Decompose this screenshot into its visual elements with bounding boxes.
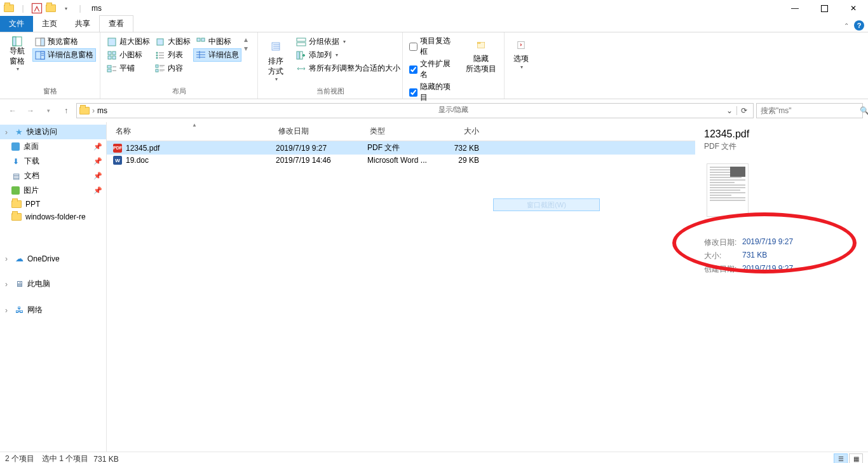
hidden-items-toggle[interactable]: 隐藏的项目 bbox=[407, 81, 459, 104]
window-title: ms bbox=[92, 4, 102, 13]
file-size: 732 KB bbox=[440, 144, 485, 153]
breadcrumb-separator: › bbox=[90, 106, 97, 115]
documents-icon: ▤ bbox=[11, 172, 20, 181]
svg-rect-43 bbox=[297, 43, 306, 46]
qat-folder-icon[interactable] bbox=[44, 2, 57, 15]
item-checkboxes-toggle[interactable]: 项目复选框 bbox=[407, 35, 459, 58]
sidebar-onedrive[interactable]: ☁OneDrive bbox=[0, 235, 106, 265]
layout-xl[interactable]: 超大图标 bbox=[104, 35, 153, 48]
address-bar[interactable]: › ms ⌄ ⟳ bbox=[76, 103, 754, 118]
navigation-pane-button[interactable]: 导航窗格 ▾ bbox=[4, 35, 30, 74]
cloud-icon: ☁ bbox=[15, 254, 24, 263]
refresh-button[interactable]: ⟳ bbox=[736, 106, 750, 115]
svg-rect-15 bbox=[107, 66, 111, 68]
sidebar-desktop[interactable]: 桌面📌 bbox=[0, 139, 106, 154]
sort-by-button[interactable]: 排序方式▾ bbox=[262, 35, 290, 85]
file-extensions-toggle[interactable]: 文件扩展名 bbox=[407, 58, 459, 81]
forward-button[interactable]: → bbox=[23, 103, 38, 118]
doc-icon: W bbox=[113, 156, 122, 165]
folder-icon bbox=[79, 107, 90, 114]
options-button[interactable]: 选项▾ bbox=[508, 35, 534, 72]
options-icon bbox=[512, 36, 530, 54]
group-by-button[interactable]: 分组依据▾ bbox=[294, 35, 403, 48]
group-by-icon bbox=[296, 37, 306, 47]
up-button[interactable]: ↑ bbox=[58, 103, 74, 118]
minimize-button[interactable]: — bbox=[780, 0, 810, 17]
annotation-ellipse bbox=[672, 212, 857, 273]
view-thumbnails-button[interactable]: ▦ bbox=[849, 453, 863, 464]
layout-md[interactable]: 中图标 bbox=[193, 35, 241, 48]
pin-icon: 📌 bbox=[93, 186, 102, 195]
back-button[interactable]: ← bbox=[5, 103, 20, 118]
autosize-columns-button[interactable]: 将所有列调整为合适的大小 bbox=[294, 62, 403, 75]
recent-locations-button[interactable]: ▾ bbox=[41, 103, 56, 118]
search-icon[interactable]: 🔍 bbox=[860, 106, 868, 115]
tab-share[interactable]: 共享 bbox=[66, 16, 99, 32]
help-icon[interactable]: ? bbox=[854, 20, 864, 31]
status-count: 2 个项目 bbox=[5, 453, 34, 463]
preview-pane-button[interactable]: 预览窗格 bbox=[32, 35, 96, 48]
navigation-tree: ★快速访问 桌面📌 ⬇下载📌 ▤文档📌 图片📌 PPT windows-fold… bbox=[0, 122, 107, 452]
hide-selected-button[interactable]: 隐藏 所选项目 bbox=[462, 35, 500, 75]
search-input[interactable] bbox=[757, 106, 860, 115]
sidebar-pictures[interactable]: 图片📌 bbox=[0, 183, 106, 198]
tab-home[interactable]: 主页 bbox=[33, 16, 66, 32]
file-row[interactable]: PDF12345.pdf2019/7/19 9:27PDF 文件732 KB bbox=[107, 141, 695, 155]
properties-icon[interactable] bbox=[31, 2, 43, 15]
view-details-button[interactable]: ☰ bbox=[834, 453, 848, 464]
sidebar-quick-access[interactable]: ★快速访问 bbox=[0, 125, 106, 139]
svg-rect-0 bbox=[32, 4, 42, 13]
tab-view[interactable]: 查看 bbox=[99, 15, 133, 32]
star-icon: ★ bbox=[15, 127, 23, 137]
collapse-ribbon-icon[interactable]: ⌃ bbox=[844, 22, 849, 29]
search-box[interactable]: 🔍 bbox=[756, 103, 863, 118]
breadcrumb-folder[interactable]: ms bbox=[97, 106, 107, 115]
sidebar-windows-folder[interactable]: windows-folder-re bbox=[0, 211, 106, 223]
md-icon bbox=[196, 37, 206, 47]
layout-tiles[interactable]: 平铺 bbox=[104, 62, 153, 75]
chevron-down-icon: ▾ bbox=[343, 39, 346, 45]
col-date[interactable]: 修改日期 bbox=[276, 126, 367, 137]
details-pane-button[interactable]: 详细信息窗格 bbox=[32, 48, 96, 62]
preview-pane-icon bbox=[35, 37, 45, 47]
details-pane-icon bbox=[35, 50, 45, 60]
col-type[interactable]: 类型 bbox=[367, 126, 440, 137]
status-size: 731 KB bbox=[93, 455, 118, 464]
layout-details[interactable]: 详细信息 bbox=[193, 48, 241, 62]
layout-scroll-up[interactable]: ▴ bbox=[244, 35, 248, 44]
navigation-pane-label: 导航窗格 bbox=[8, 46, 26, 66]
layout-sm[interactable]: 小图标 bbox=[104, 48, 153, 62]
content-icon bbox=[155, 64, 165, 74]
pin-icon: 📌 bbox=[93, 142, 102, 151]
sidebar-documents[interactable]: ▤文档📌 bbox=[0, 169, 106, 183]
file-name: 12345.pdf bbox=[126, 144, 159, 153]
layout-lg[interactable]: 大图标 bbox=[153, 35, 193, 48]
col-size[interactable]: 大小 bbox=[440, 126, 485, 137]
sidebar-ppt[interactable]: PPT bbox=[0, 198, 106, 211]
chevron-down-icon: ▾ bbox=[275, 76, 278, 83]
svg-rect-1 bbox=[821, 5, 827, 11]
svg-rect-32 bbox=[197, 38, 200, 41]
address-dropdown-icon[interactable]: ⌄ bbox=[722, 106, 736, 115]
file-row[interactable]: W19.doc2019/7/19 14:46Microsoft Word ...… bbox=[107, 155, 695, 166]
qat-dropdown-icon[interactable]: ▾ bbox=[60, 2, 72, 15]
layout-list[interactable]: 列表 bbox=[153, 48, 193, 62]
layout-content[interactable]: 内容 bbox=[153, 62, 193, 75]
snap-overlay: 窗口截图(W) bbox=[493, 198, 600, 211]
options-label: 选项 bbox=[513, 54, 529, 64]
sidebar-this-pc[interactable]: 🖥此电脑 bbox=[0, 277, 106, 291]
file-date: 2019/7/19 14:46 bbox=[276, 156, 367, 165]
hide-selected-label: 隐藏 所选项目 bbox=[466, 54, 496, 74]
layout-scroll-down[interactable]: ▾ bbox=[244, 44, 248, 53]
file-preview-thumbnail bbox=[707, 163, 749, 217]
sidebar-downloads[interactable]: ⬇下载📌 bbox=[0, 154, 106, 169]
file-name: 19.doc bbox=[126, 156, 149, 165]
tab-file[interactable]: 文件 bbox=[0, 16, 33, 32]
maximize-button[interactable] bbox=[810, 0, 839, 17]
details-icon bbox=[196, 50, 206, 60]
col-name[interactable]: 名称 bbox=[113, 126, 276, 137]
close-button[interactable]: ✕ bbox=[839, 0, 868, 17]
sidebar-network[interactable]: 🖧网络 bbox=[0, 303, 106, 317]
add-columns-button[interactable]: 添加列▾ bbox=[294, 48, 403, 62]
pin-icon: 📌 bbox=[93, 172, 102, 180]
